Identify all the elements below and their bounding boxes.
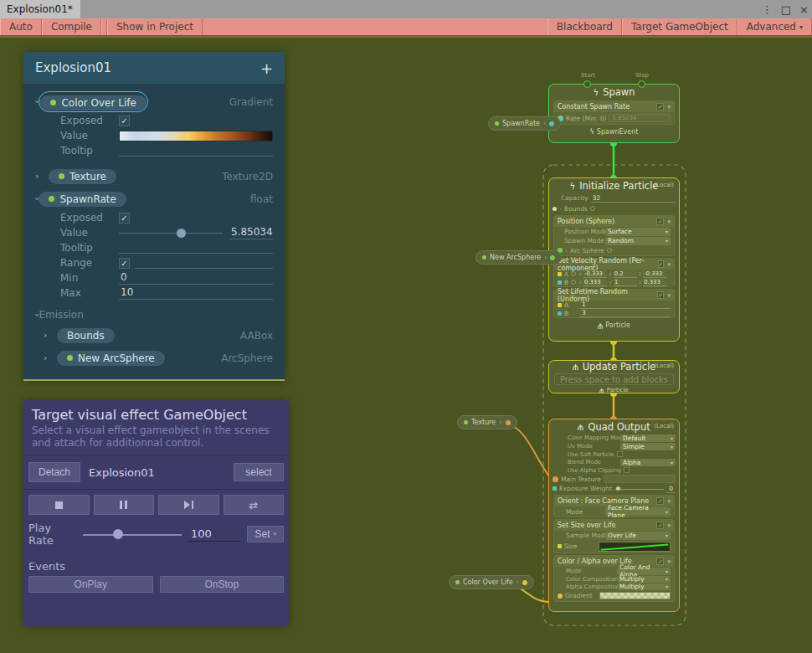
param-texture[interactable]: Texture <box>49 169 116 184</box>
position-mode-dropdown[interactable]: Surface▾ <box>605 228 671 236</box>
collapse-icon[interactable]: ‹ <box>516 578 519 586</box>
asset-tab[interactable]: Explosion01* <box>0 0 80 18</box>
collapse-icon[interactable]: ‹ <box>544 254 547 261</box>
texture-parameter-node[interactable]: Texture ‹ <box>457 415 517 429</box>
alpha-composition-dropdown[interactable]: Multiply▾ <box>617 584 671 590</box>
expander-icon[interactable]: › <box>44 352 57 363</box>
block-enabled-checkbox[interactable]: ✓ <box>656 103 664 111</box>
velocity-b-port[interactable] <box>558 280 562 285</box>
bounds-input-port[interactable] <box>552 207 557 211</box>
collapse-icon[interactable]: ‹ <box>543 120 546 127</box>
param-spawnrate[interactable]: SpawnRate <box>39 192 126 207</box>
exposure-weight-port[interactable] <box>552 486 557 491</box>
auto-button[interactable]: Auto <box>0 18 42 35</box>
max-field[interactable]: 10 <box>119 286 273 300</box>
set-rate-button[interactable]: Set▾ <box>247 526 284 542</box>
set-size-over-life-block[interactable]: Set Size over Life ✓ ▾ Sample Mode Over … <box>553 519 675 553</box>
block-collapse-icon[interactable]: ▾ <box>667 522 671 529</box>
compile-button[interactable]: Compile <box>42 18 101 35</box>
space-tag[interactable]: (Local) <box>654 362 674 369</box>
param-new-arcsphere[interactable]: New ArcSphere <box>57 351 165 366</box>
exposure-weight-slider[interactable] <box>614 486 664 492</box>
play-rate-slider[interactable] <box>83 528 182 540</box>
tooltip-field[interactable] <box>119 242 273 254</box>
size-port[interactable] <box>558 544 562 548</box>
step-button[interactable] <box>158 495 219 515</box>
param-color-over-life[interactable]: Color Over Life <box>40 95 146 111</box>
spawnrate-parameter-node[interactable]: SpawnRate ‹ <box>488 116 561 131</box>
show-in-project-button[interactable]: Show in Project <box>107 18 203 35</box>
bounds-expander[interactable]: › <box>559 205 562 213</box>
main-texture-input-port[interactable] <box>552 476 558 482</box>
close-icon[interactable]: × <box>799 3 809 16</box>
min-field[interactable]: 0 <box>119 271 273 285</box>
initialize-node-title[interactable]: ϟ Initialize Particle (Local) <box>549 178 679 193</box>
add-parameter-button[interactable]: + <box>260 59 273 77</box>
expander-icon[interactable]: › <box>35 171 49 182</box>
block-enabled-checkbox[interactable]: ✓ <box>656 522 664 529</box>
space-tag[interactable]: (Local) <box>654 182 674 188</box>
uv-mode-dropdown[interactable]: Simple▾ <box>620 443 676 450</box>
arcsphere-output-port[interactable] <box>550 255 555 260</box>
rate-value-field[interactable]: 5.85034 <box>609 114 671 122</box>
spawn-mode-dropdown[interactable]: Random▾ <box>605 237 671 245</box>
tooltip-field[interactable] <box>119 145 273 157</box>
spawnevent-output[interactable]: ϟ SpawnEvent <box>549 126 679 136</box>
blackboard-header[interactable]: Explosion01 + <box>23 52 285 84</box>
stop-button[interactable] <box>28 495 90 515</box>
position-sphere-block[interactable]: Position (Sphere) ✓ ▾ Position Mode Surf… <box>553 215 675 256</box>
block-collapse-icon[interactable]: ▾ <box>667 558 671 565</box>
arc-sphere-space-icon[interactable] <box>607 248 612 253</box>
velocity-a-space-icon[interactable] <box>571 271 576 276</box>
soft-particle-checkbox[interactable] <box>617 451 623 457</box>
orient-mode-dropdown[interactable]: Face Camera Plane▾ <box>605 507 671 516</box>
lifetime-b-port[interactable] <box>558 311 562 316</box>
space-tag[interactable]: (Local) <box>654 423 674 429</box>
detach-button[interactable]: Detach <box>28 462 80 482</box>
block-collapse-icon[interactable]: ▾ <box>667 104 671 111</box>
quad-output-context-node[interactable]: Ψ Quad Output (Local) Color Mapping Mode… <box>548 419 680 612</box>
onplay-button[interactable]: OnPlay <box>28 576 153 593</box>
velocity-a-port[interactable] <box>558 272 562 276</box>
maximize-icon[interactable]: □ <box>781 3 791 16</box>
velocity-b-space-icon[interactable] <box>571 280 576 285</box>
expander-icon[interactable]: › <box>32 313 43 316</box>
spawnrate-output-port[interactable] <box>549 121 554 126</box>
velocity-a-z-field[interactable]: -0.333 <box>643 270 666 278</box>
color-over-life-parameter-node[interactable]: Color Over Life ‹ <box>449 575 534 589</box>
color-mode-dropdown[interactable]: Color And Alpha▾ <box>617 568 671 575</box>
orient-block[interactable]: Orient : Face Camera Plane ✓ ▾ Mode Face… <box>553 495 675 517</box>
exposed-checkbox[interactable]: ✓ <box>119 213 130 224</box>
gradient-value-field[interactable] <box>119 131 273 141</box>
collapse-icon[interactable]: ‹ <box>499 419 501 426</box>
bounds-space-icon[interactable] <box>590 206 595 211</box>
value-slider[interactable] <box>119 227 223 239</box>
block-collapse-icon[interactable]: ▾ <box>667 219 671 225</box>
main-texture-field[interactable] <box>604 475 676 483</box>
exposure-weight-value[interactable]: 0 <box>666 485 676 493</box>
onstop-button[interactable]: OnStop <box>160 576 285 593</box>
velocity-b-x-field[interactable]: 0.333 <box>583 279 607 286</box>
color-composition-dropdown[interactable]: Multiply▾ <box>617 576 671 583</box>
texture-output-port[interactable] <box>506 420 511 425</box>
spawn-context-node[interactable]: Start Stop ϟ Spawn Constant Spawn Rate ✓… <box>548 84 680 143</box>
color-mapping-dropdown[interactable]: Default▾ <box>620 434 676 442</box>
restart-button[interactable]: ⇄ <box>224 495 285 515</box>
gradient-input-port[interactable] <box>558 594 563 599</box>
target-gameobject-toggle-button[interactable]: Target GameObject <box>622 18 737 35</box>
velocity-b-y-field[interactable]: 1 <box>614 279 637 286</box>
category-emission[interactable]: › Emission <box>23 306 285 324</box>
expander-icon[interactable]: › <box>44 330 57 341</box>
block-enabled-checkbox[interactable]: ✓ <box>658 260 665 268</box>
toolbar-stub[interactable] <box>101 18 107 35</box>
value-field[interactable]: 5.85034 <box>229 226 273 239</box>
arcsphere-parameter-node[interactable]: New ArcSphere ‹ <box>475 250 562 265</box>
size-curve-field[interactable] <box>599 542 671 552</box>
expander-icon[interactable]: › <box>32 100 43 103</box>
blackboard-toggle-button[interactable]: Blackboard <box>547 18 622 35</box>
spawn-node-title[interactable]: ϟ Spawn <box>549 85 679 99</box>
advanced-dropdown-button[interactable]: Advanced▾ <box>737 18 812 35</box>
set-lifetime-random-block[interactable]: Set Lifetime Random (Uniform) ✓ ▾ A 1 B … <box>553 289 675 318</box>
block-collapse-icon[interactable]: ▾ <box>667 498 671 505</box>
capacity-field[interactable]: 32 <box>591 194 676 203</box>
